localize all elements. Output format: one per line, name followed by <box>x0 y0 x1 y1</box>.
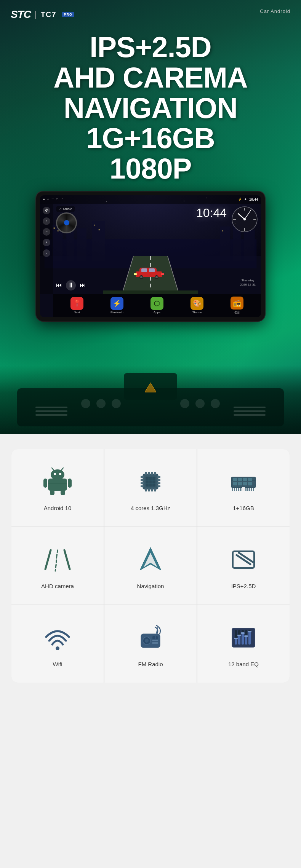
svg-rect-141 <box>234 638 238 639</box>
svg-rect-134 <box>238 635 240 645</box>
feature-ips: IPS+2.5D <box>197 527 290 605</box>
feature-navigation: Navigation <box>104 527 197 605</box>
music-widget: ♫ Music <box>56 206 75 212</box>
svg-rect-98 <box>234 488 235 491</box>
radio-label: 收音 <box>234 310 240 314</box>
svg-line-112 <box>57 550 58 556</box>
theme-icon: 🎨 <box>191 297 203 310</box>
svg-rect-145 <box>248 631 251 632</box>
ahd-icon <box>42 544 73 575</box>
screen-right-icons: ⚡ ✦ 10:44 <box>238 198 258 201</box>
play-pause-btn[interactable]: ⏸ <box>66 280 76 290</box>
screen-sidebar: ⏻ ⌂ ← + - <box>40 204 53 294</box>
vol-down-btn[interactable]: - <box>43 249 50 257</box>
svg-point-44 <box>195 399 205 408</box>
android-icon <box>42 466 73 497</box>
vinyl-label <box>64 220 69 225</box>
hero-line3: NAVIGATION <box>64 92 237 124</box>
wifi-icon-wrap <box>40 621 75 655</box>
brand-logo: STC <box>11 8 31 21</box>
svg-rect-107 <box>251 488 252 491</box>
analog-clock <box>231 206 258 233</box>
device-mockup: ■ ⌂ ☰ □ ⚡ ✦ 10:44 ⏻ ⌂ ← + <box>36 191 265 321</box>
svg-rect-59 <box>43 479 47 488</box>
screen-topbar: ■ ⌂ ☰ □ ⚡ ✦ 10:44 <box>40 195 261 204</box>
screen-time-display: 10:44 <box>249 198 258 201</box>
svg-rect-7 <box>244 230 255 261</box>
ahd-label: AHD camera <box>41 583 74 589</box>
svg-rect-95 <box>243 482 247 485</box>
svg-rect-72 <box>151 472 153 475</box>
svg-rect-106 <box>249 488 250 491</box>
svg-rect-97 <box>232 488 233 491</box>
fm-icon-wrap <box>133 621 168 655</box>
back-btn[interactable]: ← <box>43 228 50 236</box>
media-controls: ⏮ ⏸ ⏭ <box>56 280 86 290</box>
theme-label: Theme <box>192 311 202 314</box>
svg-rect-82 <box>157 476 160 478</box>
dock-bluetooth[interactable]: ⚡ Bluetooth <box>110 297 123 314</box>
bluetooth-label: Bluetooth <box>110 311 123 314</box>
signal-icon: ■ <box>43 198 45 201</box>
screen-left-icons: ■ ⌂ ☰ □ <box>43 198 58 201</box>
nav-label: Navigation <box>137 583 164 589</box>
android-label: Android 10 <box>44 505 72 511</box>
svg-point-26 <box>140 276 142 278</box>
svg-line-111 <box>64 550 70 569</box>
svg-line-110 <box>45 550 51 569</box>
ahd-icon-wrap <box>40 542 75 577</box>
wifi-status-icon: ⚡ <box>238 198 242 201</box>
svg-rect-143 <box>241 632 245 634</box>
svg-point-40 <box>81 399 90 408</box>
hero-headline: IPS+2.5D AHD CAREMA NAVIGATION 1G+16GB 1… <box>8 32 293 184</box>
power-btn[interactable]: ⏻ <box>43 207 50 214</box>
svg-rect-13 <box>222 230 223 231</box>
screen-dock: 📍 Navi ⚡ Bluetooth ⬡ Apps 🎨 <box>53 294 261 317</box>
dock-radio[interactable]: 📻 收音 <box>231 297 243 314</box>
feature-ram: 1+16GB <box>197 449 290 527</box>
dock-apps[interactable]: ⬡ Apps <box>150 297 163 314</box>
fm-label: FM Radio <box>138 661 163 667</box>
svg-rect-99 <box>236 488 237 491</box>
svg-rect-75 <box>148 488 150 491</box>
vol-up-btn[interactable]: + <box>43 239 50 246</box>
svg-rect-80 <box>141 482 144 484</box>
svg-rect-108 <box>253 488 254 491</box>
svg-rect-105 <box>247 488 248 491</box>
dock-theme[interactable]: 🎨 Theme <box>191 297 203 314</box>
svg-rect-65 <box>146 477 155 487</box>
eq-label: 12 band EQ <box>228 661 259 667</box>
ram-icon-wrap <box>226 464 261 499</box>
screen-icon4: □ <box>56 198 58 201</box>
cpu-icon-wrap <box>133 464 168 499</box>
apps-icon: ⬡ <box>150 297 163 310</box>
car-silhouette <box>134 264 164 279</box>
hero-line5: 1080P <box>110 152 192 185</box>
home-btn[interactable]: ⌂ <box>43 217 50 225</box>
date-display: Thursday 2020-12-31 <box>240 278 256 287</box>
header: STC | TC7 PRO Car Android <box>0 0 301 21</box>
svg-rect-53 <box>48 479 67 491</box>
svg-rect-19 <box>103 290 198 294</box>
svg-rect-100 <box>238 488 239 491</box>
cpu-label: 4 cores 1.3GHz <box>131 505 170 511</box>
svg-rect-144 <box>244 635 248 637</box>
svg-rect-85 <box>157 485 160 487</box>
fm-icon <box>135 622 166 653</box>
feature-wifi: Wifi <box>11 605 104 683</box>
big-clock-display: 10:44 <box>196 206 227 220</box>
feature-fm: FM Radio <box>104 605 197 683</box>
navigation-icon <box>135 544 166 575</box>
dock-navi[interactable]: 📍 Navi <box>70 297 83 314</box>
next-btn[interactable]: ⏭ <box>80 282 86 289</box>
prev-btn[interactable]: ⏮ <box>56 282 62 289</box>
svg-rect-104 <box>245 488 247 491</box>
logo-area: STC | TC7 PRO <box>11 8 74 21</box>
svg-rect-61 <box>50 490 54 495</box>
svg-rect-29 <box>161 273 164 275</box>
svg-point-42 <box>112 399 121 408</box>
svg-rect-101 <box>240 488 241 491</box>
device-frame: ■ ⌂ ☰ □ ⚡ ✦ 10:44 ⏻ ⌂ ← + <box>36 191 265 321</box>
eq-icon-wrap <box>226 621 261 655</box>
svg-rect-132 <box>235 638 237 645</box>
